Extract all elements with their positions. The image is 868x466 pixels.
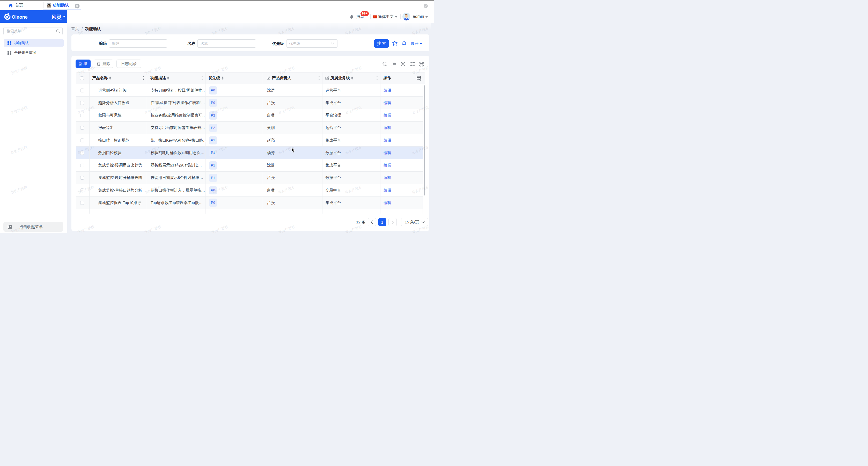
- svg-text:Oinone: Oinone: [12, 14, 27, 20]
